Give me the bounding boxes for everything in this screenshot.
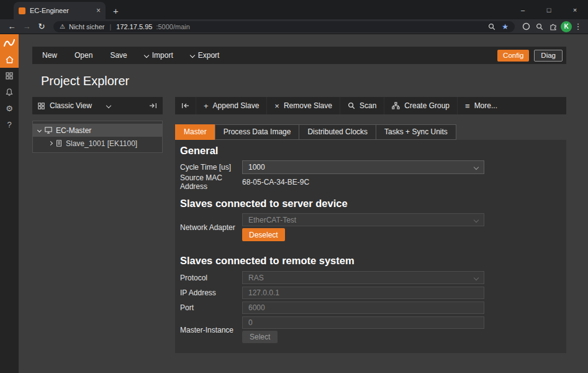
export-button[interactable]: Export	[182, 47, 228, 64]
tab-close-icon[interactable]: ×	[96, 6, 101, 15]
explorer-column: Classic View EC-Master	[32, 97, 163, 353]
chevron-down-icon[interactable]	[37, 128, 42, 132]
browser-menu-icon[interactable]: ⋮	[573, 22, 583, 31]
extensions-puzzle-icon[interactable]	[547, 22, 559, 30]
rail-item-home[interactable]	[0, 52, 19, 68]
chevron-down-icon	[474, 275, 479, 280]
rail-item-help-icon[interactable]: ?	[0, 116, 19, 132]
reload-icon[interactable]: ↻	[35, 22, 48, 31]
diag-mode-button[interactable]: Diag	[534, 50, 563, 62]
config-mode-button[interactable]: Config	[497, 50, 529, 62]
create-group-label: Create Group	[404, 101, 450, 110]
import-label: Import	[152, 51, 173, 60]
append-slave-button[interactable]: + Append Slave	[196, 97, 266, 114]
tab-title: EC-Engineer	[30, 7, 92, 14]
cycle-time-select[interactable]: 1000	[242, 160, 484, 174]
scan-label: Scan	[360, 101, 376, 110]
bookmark-star-icon[interactable]: ★	[502, 22, 509, 31]
project-tree: EC-Master Slave_1001 [EK1100]	[32, 121, 163, 153]
chevron-right-icon[interactable]	[48, 141, 53, 145]
open-button[interactable]: Open	[66, 47, 101, 64]
create-group-button[interactable]: Create Group	[384, 97, 457, 114]
collapse-panel-icon[interactable]	[149, 103, 157, 109]
search-icon[interactable]	[533, 23, 546, 30]
chevron-down-icon	[474, 165, 479, 170]
tree-node-label: Slave_1001 [EK1100]	[66, 139, 137, 148]
back-icon[interactable]: ←	[5, 22, 19, 31]
port-input: 6000	[242, 302, 484, 314]
profile-avatar[interactable]: K	[561, 21, 572, 32]
tab-process-data-image[interactable]: Process Data Image	[215, 124, 300, 140]
source-mac-label: Source MAC Address	[180, 173, 242, 191]
save-button[interactable]: Save	[101, 47, 135, 64]
close-button[interactable]: ×	[562, 0, 588, 19]
chevron-down-icon[interactable]	[106, 103, 111, 108]
collapse-tree-button[interactable]	[175, 97, 196, 114]
menu-icon: ≡	[465, 102, 470, 110]
chevron-down-icon	[143, 53, 148, 58]
not-secure-warning-icon: ⚠	[60, 23, 65, 30]
tree-row-slave-1001[interactable]: Slave_1001 [EK1100]	[33, 137, 162, 150]
slave-module-icon	[56, 140, 62, 147]
protocol-select: RAS	[242, 271, 484, 284]
address-bar[interactable]: ⚠ Nicht sicher | 172.17.5.95:5000/main ★	[53, 21, 515, 32]
rail-item-grid[interactable]	[0, 68, 19, 84]
port-label: Port	[180, 303, 242, 312]
plus-icon: +	[204, 102, 209, 110]
section-remote: Slaves connected to remote system	[180, 255, 559, 267]
rail-item-notifications-bell-icon[interactable]	[0, 84, 19, 100]
forward-icon[interactable]: →	[20, 22, 34, 31]
section-server: Slaves connected to server device	[180, 198, 559, 210]
cycle-time-label: Cycle Time [us]	[180, 163, 242, 172]
scan-button[interactable]: Scan	[340, 97, 384, 114]
new-button[interactable]: New	[34, 47, 66, 64]
view-selector[interactable]: Classic View	[32, 97, 163, 114]
protocol-value: RAS	[248, 274, 264, 282]
browser-navbar: ← → ↻ ⚠ Nicht sicher | 172.17.5.95:5000/…	[0, 19, 588, 34]
detail-tabs: Master Process Data Image Distributed Cl…	[175, 124, 566, 140]
append-slave-label: Append Slave	[213, 101, 260, 110]
url-divider: |	[109, 23, 111, 30]
more-label: More...	[474, 101, 497, 110]
security-status-text[interactable]: Nicht sicher	[69, 23, 104, 30]
master-device-icon	[45, 127, 52, 134]
network-adapter-label: Network Adapter	[180, 223, 242, 232]
section-general: General	[180, 145, 559, 157]
remove-slave-button[interactable]: × Remove Slave	[266, 97, 340, 114]
chevron-down-icon	[474, 217, 479, 222]
main-area: New Open Save Import Export Config Diag …	[19, 34, 588, 353]
more-button[interactable]: ≡ More...	[457, 97, 505, 114]
protocol-label: Protocol	[180, 274, 242, 282]
sitemap-icon	[392, 102, 400, 109]
detail-column: + Append Slave × Remove Slave Scan	[175, 97, 566, 353]
minimize-button[interactable]: –	[510, 0, 536, 19]
close-icon: ×	[274, 102, 279, 110]
tab-master[interactable]: Master	[175, 124, 215, 140]
export-label: Export	[198, 51, 220, 60]
select-button: Select	[242, 331, 278, 343]
source-mac-value: 68-05-CA-34-BE-9C	[242, 178, 309, 186]
extension-circle-icon[interactable]	[520, 22, 532, 30]
zoom-icon[interactable]	[486, 23, 498, 30]
ip-address-input: 127.0.0.1	[242, 287, 484, 299]
import-button[interactable]: Import	[136, 47, 182, 64]
app-page: ⚙ ? New Open Save Import Export Config D…	[0, 34, 588, 373]
url-path: :5000/main	[156, 23, 189, 30]
remove-slave-label: Remove Slave	[284, 101, 332, 110]
master-instance-label: Master-Instance	[180, 326, 242, 334]
browser-tab[interactable]: EC-Engineer ×	[14, 2, 106, 19]
search-icon	[348, 102, 355, 109]
tab-tasks-sync-units[interactable]: Tasks + Sync Units	[376, 124, 456, 140]
project-toolbar: New Open Save Import Export Config Diag	[32, 47, 566, 64]
new-tab-button[interactable]: +	[113, 2, 119, 19]
network-adapter-value: EtherCAT-Test	[248, 216, 296, 224]
tree-row-ec-master[interactable]: EC-Master	[33, 124, 162, 137]
app-logo	[0, 34, 19, 52]
tab-distributed-clocks[interactable]: Distributed Clocks	[299, 124, 376, 140]
master-instance-input: 0	[242, 316, 484, 329]
chevron-down-icon	[190, 53, 195, 58]
rail-item-settings-gear-icon[interactable]: ⚙	[0, 100, 19, 116]
deselect-button[interactable]: Deselect	[242, 228, 285, 241]
url-host: 172.17.5.95	[116, 23, 152, 30]
maximize-button[interactable]: □	[536, 0, 562, 19]
